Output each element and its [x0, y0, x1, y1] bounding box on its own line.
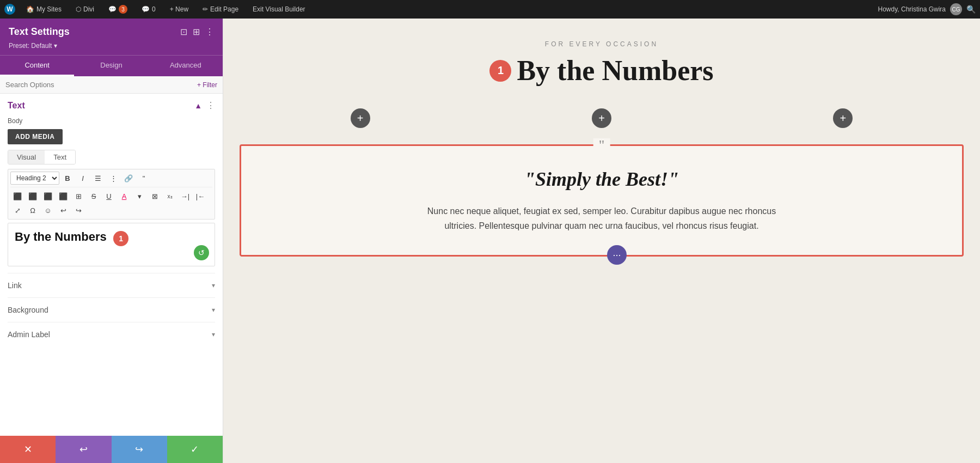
quote-button[interactable]: " [137, 172, 151, 185]
quote-section: " "Simply the Best!" Nunc nec neque aliq… [240, 144, 964, 257]
sidebar-tabs: Content Design Advanced [0, 55, 223, 76]
divi-icon: ⬡ [76, 5, 81, 13]
editor-badge: 1 [113, 231, 128, 246]
edit-page-button[interactable]: ✏ Edit Page [199, 4, 242, 14]
add-column-1-button[interactable]: + [351, 108, 370, 128]
toolbar-row2: ⬛ ⬛ ⬛ ⬛ ⊞ S U A ▾ ⊠ x₂ →| |← ⤢ Ω [10, 187, 212, 217]
add-media-button[interactable]: ADD MEDIA [8, 129, 63, 144]
tab-visual[interactable]: Visual [8, 150, 45, 164]
undo-footer-button[interactable]: ↩ [56, 436, 111, 463]
text-section-collapse-icon[interactable]: ▲ [194, 101, 202, 110]
pencil-icon: ✏ [203, 5, 208, 13]
search-options-input[interactable] [5, 81, 193, 89]
link-section-title: Link [8, 281, 22, 290]
link-section-header[interactable]: Link ▾ [8, 281, 215, 290]
sidebar-header: Text Settings ⊡ ⊞ ⋮ Preset: Default ▾ [0, 19, 223, 55]
search-icon[interactable]: 🔍 [966, 5, 976, 14]
comment-badge: 3 [119, 5, 127, 14]
new-button[interactable]: + New [167, 4, 192, 14]
preset-selector[interactable]: Preset: Default ▾ [9, 42, 214, 50]
quote-body-text: Nunc nec neque aliquet, feugiat ex sed, … [411, 204, 792, 233]
filter-button[interactable]: + Filter [197, 81, 217, 89]
floating-dots-button[interactable]: ··· [607, 245, 627, 265]
body-label: Body [8, 117, 215, 125]
canvas-area: FOR EVERY OCCASION 1 By the Numbers + + … [223, 19, 980, 463]
background-section-header[interactable]: Background ▾ [8, 306, 215, 314]
tab-content[interactable]: Content [0, 56, 74, 76]
add-column-3-button[interactable]: + [833, 108, 853, 128]
tab-design[interactable]: Design [74, 56, 148, 76]
admin-label-arrow-icon: ▾ [212, 331, 215, 338]
divi-label: Divi [83, 5, 94, 13]
subscript-button[interactable]: x₂ [163, 190, 177, 203]
unordered-list-button[interactable]: ☰ [91, 172, 105, 185]
comment2-count: 0 [152, 5, 156, 13]
exit-visual-label: Exit Visual Builder [253, 5, 305, 13]
layout-icon[interactable]: ⊞ [193, 27, 200, 37]
page-subtitle: FOR EVERY OCCASION [240, 40, 964, 48]
heading-select[interactable]: Heading 2 [10, 172, 59, 185]
editor-mode-tabs: Visual Text [8, 150, 76, 165]
text-section-title[interactable]: Text [8, 101, 25, 111]
link-section-arrow-icon: ▾ [212, 282, 215, 289]
color-picker-button[interactable]: A [117, 190, 131, 203]
admin-label-section: Admin Label ▾ [8, 322, 215, 346]
background-section-arrow-icon: ▾ [212, 306, 215, 314]
link-button[interactable]: 🔗 [121, 172, 136, 185]
emoji-button[interactable]: ☺ [41, 204, 55, 217]
align-justify-button[interactable]: ⬛ [56, 190, 70, 203]
exit-visual-builder-button[interactable]: Exit Visual Builder [249, 4, 309, 14]
align-right-button[interactable]: ⬛ [41, 190, 55, 203]
add-column-2-button[interactable]: + [592, 108, 611, 128]
editor-area[interactable]: By the Numbers 1 ↺ [8, 223, 215, 266]
quote-mark-icon: " [593, 138, 610, 153]
color-arrow-button[interactable]: ▾ [132, 190, 146, 203]
save-button[interactable]: ✓ [167, 436, 223, 463]
background-section-title: Background [8, 306, 48, 314]
my-sites-menu[interactable]: 🏠 My Sites [23, 4, 65, 14]
strikethrough-button[interactable]: S [87, 190, 101, 203]
sync-icon[interactable]: ↺ [194, 245, 209, 260]
align-left-button[interactable]: ⬛ [10, 190, 24, 203]
comment2-icon: 💬 [142, 5, 150, 13]
edit-page-label: Edit Page [210, 5, 238, 13]
redo-button[interactable]: ↪ [71, 204, 85, 217]
new-label: + New [170, 5, 188, 13]
user-greeting: Howdy, Christina Gwira [878, 5, 946, 13]
indent-button[interactable]: →| [178, 190, 192, 203]
tab-advanced[interactable]: Advanced [149, 56, 223, 76]
special-char-1-button[interactable]: ⊠ [148, 190, 162, 203]
omega-button[interactable]: Ω [26, 204, 40, 217]
resize-icon[interactable]: ⊡ [180, 27, 187, 37]
more-options-icon[interactable]: ⋮ [205, 27, 214, 37]
page-title-area: 1 By the Numbers [240, 54, 964, 87]
comments-menu[interactable]: 💬 3 [105, 4, 131, 15]
admin-label-section-header[interactable]: Admin Label ▾ [8, 330, 215, 339]
admin-bar: W 🏠 My Sites ⬡ Divi 💬 3 💬 0 + New ✏ Edit… [0, 0, 980, 19]
quote-title: "Simply the Best!" [263, 168, 940, 191]
tab-text[interactable]: Text [45, 150, 75, 164]
underline-button[interactable]: U [102, 190, 116, 203]
outdent-button[interactable]: |← [193, 190, 207, 203]
text-section: Text ▲ ⋮ Body ADD MEDIA Visual Text Head… [8, 100, 215, 266]
fullscreen-button[interactable]: ⤢ [10, 204, 24, 217]
divi-menu[interactable]: ⬡ Divi [72, 4, 97, 14]
editor-heading-text: By the Numbers [15, 230, 107, 243]
comment-count2-menu[interactable]: 💬 0 [138, 4, 159, 14]
text-section-controls: ▲ ⋮ [194, 100, 215, 111]
wordpress-logo-icon[interactable]: W [4, 4, 15, 15]
italic-button[interactable]: I [76, 172, 90, 185]
main-layout: Text Settings ⊡ ⊞ ⋮ Preset: Default ▾ Co… [0, 0, 980, 463]
cancel-button[interactable]: ✕ [0, 436, 56, 463]
ordered-list-button[interactable]: ⋮ [106, 172, 120, 185]
quote-wrapper: " "Simply the Best!" Nunc nec neque aliq… [240, 144, 964, 257]
text-section-menu-icon[interactable]: ⋮ [206, 100, 215, 111]
sidebar-panel: Text Settings ⊡ ⊞ ⋮ Preset: Default ▾ Co… [0, 19, 223, 463]
user-avatar[interactable]: CG [950, 3, 962, 15]
undo-button[interactable]: ↩ [56, 204, 70, 217]
align-center-button[interactable]: ⬛ [26, 190, 40, 203]
sidebar-header-top: Text Settings ⊡ ⊞ ⋮ [9, 26, 214, 38]
bold-button[interactable]: B [60, 172, 75, 185]
redo-footer-button[interactable]: ↪ [112, 436, 167, 463]
table-button[interactable]: ⊞ [71, 190, 85, 203]
